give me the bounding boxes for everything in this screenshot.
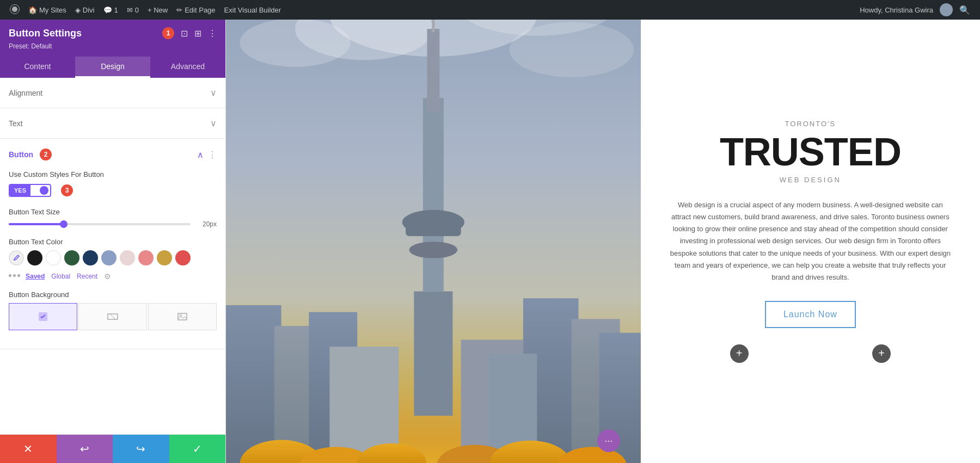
text-size-label: Button Text Size (9, 208, 217, 216)
comment-icon: 💬 (103, 6, 112, 14)
new-button[interactable]: + New (143, 0, 172, 20)
toggle-yes-label: YES (10, 185, 30, 196)
eyedropper-button[interactable] (9, 250, 24, 266)
main-content: Button Settings 1 ⊡ ⊞ ⋮ Preset: Default … (0, 20, 980, 463)
global-tab[interactable]: Global (51, 273, 70, 280)
divi-icon: ◈ (75, 6, 81, 14)
color-swatch-lavender[interactable] (101, 250, 117, 266)
saved-tab[interactable]: Saved (26, 273, 45, 280)
panel-footer: ✕ ↩ ↪ ✓ (0, 434, 225, 463)
svg-rect-17 (432, 20, 434, 32)
add-column-right-button[interactable]: + (872, 344, 891, 363)
right-content: TORONTO'S TRUSTED WEB DESIGN Web design … (226, 20, 980, 463)
cancel-button[interactable]: ✕ (0, 435, 57, 463)
color-swatch-dark-green[interactable] (64, 250, 79, 266)
new-label: + New (148, 6, 168, 14)
text-section: Text ∨ (0, 108, 225, 139)
launch-button[interactable]: Launch Now (765, 301, 856, 328)
svg-line-5 (110, 314, 115, 319)
undo-icon: ↩ (80, 442, 89, 455)
custom-styles-toggle[interactable]: YES (9, 184, 51, 197)
panel-icons: 1 ⊡ ⊞ ⋮ (159, 27, 217, 39)
alignment-section-header[interactable]: Alignment ∨ (0, 78, 225, 108)
slider-thumb[interactable] (60, 220, 68, 228)
text-size-value: 20px (196, 220, 217, 228)
exit-builder-label: Exit Visual Builder (224, 6, 281, 14)
undo-button[interactable]: ↩ (57, 435, 113, 463)
color-tab-row: Saved Global Recent ⚙ (26, 272, 111, 281)
tab-content-label: Content (24, 62, 51, 71)
avatar (940, 3, 953, 16)
panel-expand-button[interactable]: ⊡ (181, 28, 188, 39)
svg-rect-6 (178, 313, 187, 320)
save-icon: ✓ (193, 442, 202, 455)
add-column-left-button[interactable]: + (730, 344, 749, 363)
panel-layout-button[interactable]: ⊞ (194, 28, 201, 39)
tab-design-label: Design (101, 62, 125, 71)
left-panel: Button Settings 1 ⊡ ⊞ ⋮ Preset: Default … (0, 20, 226, 463)
button-section-header[interactable]: Button 2 ∧ ⋮ (0, 139, 225, 170)
toronto-image-column (226, 20, 641, 463)
exit-builder-button[interactable]: Exit Visual Builder (220, 0, 286, 20)
bg-label: Button Background (9, 291, 217, 299)
more-colors-dots[interactable] (9, 274, 20, 277)
messages-button[interactable]: ✉ 0 (122, 0, 143, 20)
color-swatch-coral[interactable] (175, 250, 191, 266)
alignment-chevron-icon: ∨ (210, 88, 217, 98)
svg-rect-19 (406, 215, 461, 236)
step3-badge: 3 (61, 184, 73, 196)
tab-content[interactable]: Content (0, 57, 75, 78)
step1-badge: 1 (162, 27, 174, 39)
color-swatch-gold[interactable] (157, 250, 172, 266)
svg-rect-15 (423, 98, 444, 291)
floating-menu-button[interactable]: ··· (597, 429, 620, 452)
comments-button[interactable]: 💬 1 (99, 0, 122, 20)
recent-tab[interactable]: Recent (77, 273, 97, 280)
color-swatch-light-pink[interactable] (120, 250, 135, 266)
color-swatch-white[interactable] (46, 250, 61, 266)
text-color-control: Button Text Color (9, 238, 217, 281)
color-swatch-black[interactable] (27, 250, 42, 266)
howdy-text: Howdy, Christina Gwira (855, 6, 938, 14)
tab-design[interactable]: Design (75, 57, 150, 78)
edit-page-button[interactable]: ✏ Edit Page (172, 0, 219, 20)
tab-advanced[interactable]: Advanced (150, 57, 225, 78)
panel-more-button[interactable]: ⋮ (208, 28, 217, 39)
redo-button[interactable]: ↪ (113, 435, 169, 463)
text-section-header[interactable]: Text ∨ (0, 108, 225, 138)
bg-gradient[interactable] (78, 303, 147, 330)
alignment-section: Alignment ∨ (0, 78, 225, 108)
cancel-icon: ✕ (23, 442, 33, 455)
my-sites-button[interactable]: 🏠 My Sites (24, 0, 71, 20)
wp-icon (10, 4, 20, 16)
trusted-heading: TRUSTED (668, 132, 953, 171)
launch-button-label: Launch Now (783, 310, 837, 319)
text-size-control: Button Text Size 20px (9, 208, 217, 228)
my-sites-label: My Sites (39, 6, 66, 14)
bg-flat-color[interactable] (9, 303, 77, 330)
panel-header: Button Settings 1 ⊡ ⊞ ⋮ Preset: Default (0, 20, 225, 57)
text-chevron-icon: ∨ (210, 118, 217, 128)
button-section-more-icon[interactable]: ⋮ (208, 150, 217, 160)
button-section-content: Use Custom Styles For Button YES 3 Butto… (0, 170, 225, 349)
divi-button[interactable]: ◈ Divi (71, 0, 99, 20)
bg-options (9, 303, 217, 330)
search-icon[interactable]: 🔍 (955, 5, 975, 15)
bg-image[interactable] (148, 303, 217, 330)
button-section: Button 2 ∧ ⋮ Use Custom Styles For Butto… (0, 139, 225, 349)
color-settings-icon[interactable]: ⚙ (104, 272, 111, 281)
page-body-text: Web design is a crucial aspect of any mo… (668, 199, 953, 283)
admin-bar: 🏠 My Sites ◈ Divi 💬 1 ✉ 0 + New ✏ Edit P… (0, 0, 980, 20)
alignment-title: Alignment (9, 89, 42, 97)
color-swatch-salmon[interactable] (138, 250, 154, 266)
wp-logo-button[interactable] (5, 0, 24, 20)
toggle-knob (40, 186, 48, 195)
color-swatch-dark-blue[interactable] (83, 250, 98, 266)
edit-page-label: Edit Page (185, 6, 215, 14)
toggle-wrapper: YES 3 (9, 184, 217, 197)
button-section-title: Button (9, 150, 33, 159)
toronto-skyline (226, 20, 641, 463)
button-section-collapse-icon[interactable]: ∧ (197, 150, 204, 160)
plus-icon-right: + (878, 347, 885, 360)
save-button[interactable]: ✓ (169, 435, 226, 463)
